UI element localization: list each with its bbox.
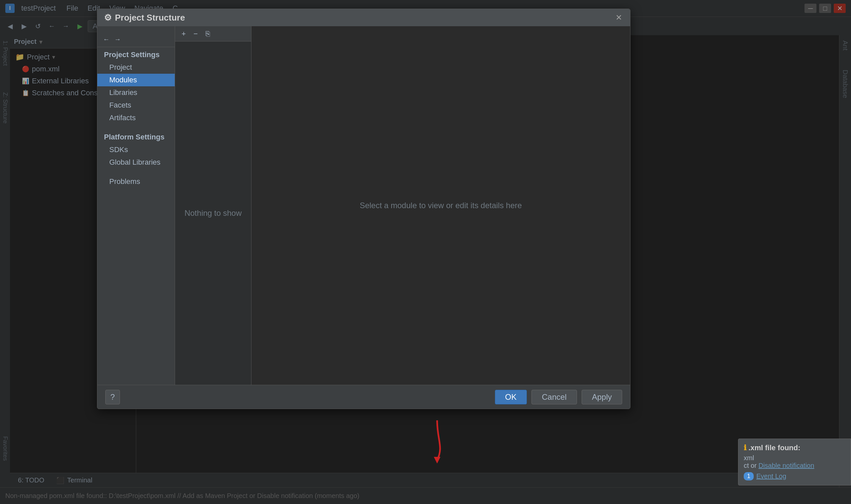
disable-notification-link[interactable]: Disable notification — [758, 462, 814, 469]
nav-item-global-libraries[interactable]: Global Libraries — [97, 156, 175, 169]
svg-marker-0 — [434, 457, 440, 464]
nav-arrows: ← → — [97, 32, 175, 47]
add-module-button[interactable]: + — [178, 29, 189, 39]
middle-content: Nothing to show — [175, 41, 251, 385]
nav-back-button[interactable]: ← — [101, 34, 111, 44]
project-structure-dialog: ⚙ Project Structure ✕ ← → Project Settin… — [97, 8, 631, 409]
dialog-left-nav: ← → Project Settings Project Modules Lib… — [97, 26, 175, 385]
arrow-indicator — [424, 420, 450, 464]
dialog-close-button[interactable]: ✕ — [614, 13, 623, 22]
ok-button[interactable]: OK — [495, 390, 527, 404]
nav-item-libraries[interactable]: Libraries — [97, 86, 175, 99]
event-log-link[interactable]: Event Log — [756, 472, 786, 480]
dialog-footer: ? OK Cancel Apply — [97, 385, 630, 409]
dialog-right-panel: Select a module to view or edit its deta… — [251, 26, 630, 385]
notification-popup: ℹ .xml file found: xml ct or Disable not… — [738, 438, 851, 485]
platform-settings-header: Platform Settings — [97, 129, 175, 143]
project-settings-header: Project Settings — [97, 47, 175, 61]
dialog-middle-panel: + − ⎘ Nothing to show — [175, 26, 251, 385]
event-log-count: 1 — [744, 472, 754, 481]
copy-module-button[interactable]: ⎘ — [202, 29, 213, 39]
nav-item-artifacts[interactable]: Artifacts — [97, 111, 175, 124]
event-log-row: 1 Event Log — [744, 472, 845, 481]
remove-module-button[interactable]: − — [190, 29, 201, 39]
nav-forward-button[interactable]: → — [112, 34, 123, 44]
nav-item-project[interactable]: Project — [97, 61, 175, 74]
notif-title: ℹ .xml file found: — [744, 444, 845, 452]
dialog-body: ← → Project Settings Project Modules Lib… — [97, 26, 630, 385]
select-module-hint: Select a module to view or edit its deta… — [360, 201, 522, 210]
notif-icon: ℹ — [744, 444, 746, 452]
dialog-title-bar: ⚙ Project Structure ✕ — [97, 9, 630, 26]
nav-item-problems[interactable]: Problems — [97, 175, 175, 188]
dialog-title: ⚙ Project Structure — [104, 13, 185, 23]
nav-item-facets[interactable]: Facets — [97, 99, 175, 111]
help-button[interactable]: ? — [105, 390, 120, 404]
notif-body: xml ct or Disable notification — [744, 454, 845, 469]
apply-button[interactable]: Apply — [582, 390, 622, 404]
cancel-button[interactable]: Cancel — [531, 390, 577, 404]
dialog-title-icon: ⚙ — [104, 13, 112, 23]
nav-item-modules[interactable]: Modules — [97, 74, 175, 86]
nav-item-sdks[interactable]: SDKs — [97, 143, 175, 156]
nothing-to-show-label: Nothing to show — [184, 209, 242, 218]
middle-toolbar: + − ⎘ — [175, 26, 251, 41]
